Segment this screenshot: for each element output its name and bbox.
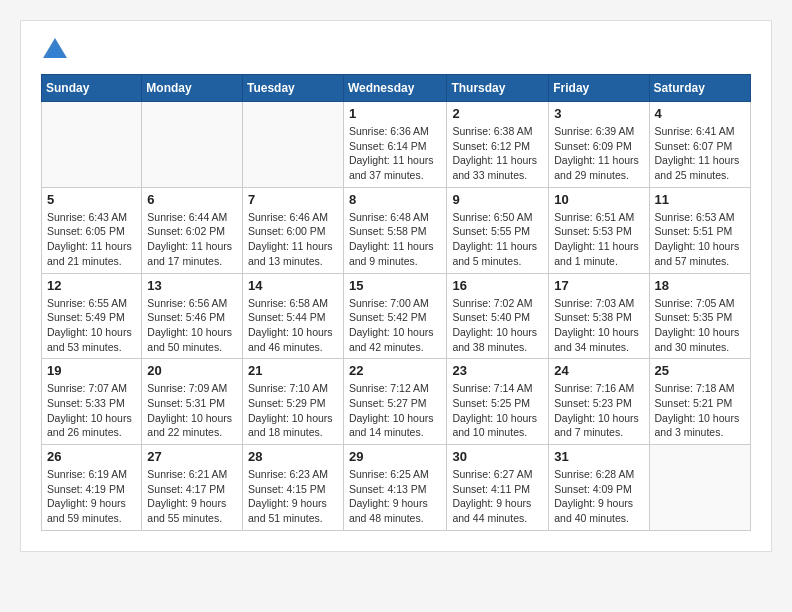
- day-info: Sunrise: 7:14 AM Sunset: 5:25 PM Dayligh…: [452, 381, 543, 440]
- day-number: 23: [452, 363, 543, 378]
- calendar-week-row: 19Sunrise: 7:07 AM Sunset: 5:33 PM Dayli…: [42, 359, 751, 445]
- day-info: Sunrise: 7:02 AM Sunset: 5:40 PM Dayligh…: [452, 296, 543, 355]
- day-number: 3: [554, 106, 643, 121]
- day-number: 22: [349, 363, 442, 378]
- day-number: 9: [452, 192, 543, 207]
- day-info: Sunrise: 6:51 AM Sunset: 5:53 PM Dayligh…: [554, 210, 643, 269]
- calendar-cell: 17Sunrise: 7:03 AM Sunset: 5:38 PM Dayli…: [549, 273, 649, 359]
- calendar-cell: 16Sunrise: 7:02 AM Sunset: 5:40 PM Dayli…: [447, 273, 549, 359]
- calendar-cell: 2Sunrise: 6:38 AM Sunset: 6:12 PM Daylig…: [447, 102, 549, 188]
- calendar-cell: 15Sunrise: 7:00 AM Sunset: 5:42 PM Dayli…: [343, 273, 447, 359]
- day-number: 25: [655, 363, 746, 378]
- day-info: Sunrise: 6:21 AM Sunset: 4:17 PM Dayligh…: [147, 467, 237, 526]
- calendar-cell: [142, 102, 243, 188]
- day-info: Sunrise: 6:41 AM Sunset: 6:07 PM Dayligh…: [655, 124, 746, 183]
- day-number: 27: [147, 449, 237, 464]
- calendar-table: SundayMondayTuesdayWednesdayThursdayFrid…: [41, 74, 751, 531]
- calendar-cell: 8Sunrise: 6:48 AM Sunset: 5:58 PM Daylig…: [343, 187, 447, 273]
- day-info: Sunrise: 6:53 AM Sunset: 5:51 PM Dayligh…: [655, 210, 746, 269]
- calendar-week-row: 26Sunrise: 6:19 AM Sunset: 4:19 PM Dayli…: [42, 445, 751, 531]
- day-info: Sunrise: 7:18 AM Sunset: 5:21 PM Dayligh…: [655, 381, 746, 440]
- calendar-cell: 24Sunrise: 7:16 AM Sunset: 5:23 PM Dayli…: [549, 359, 649, 445]
- day-number: 6: [147, 192, 237, 207]
- day-info: Sunrise: 6:28 AM Sunset: 4:09 PM Dayligh…: [554, 467, 643, 526]
- calendar-cell: 10Sunrise: 6:51 AM Sunset: 5:53 PM Dayli…: [549, 187, 649, 273]
- day-number: 2: [452, 106, 543, 121]
- calendar-week-row: 5Sunrise: 6:43 AM Sunset: 6:05 PM Daylig…: [42, 187, 751, 273]
- day-info: Sunrise: 6:39 AM Sunset: 6:09 PM Dayligh…: [554, 124, 643, 183]
- calendar-cell: 30Sunrise: 6:27 AM Sunset: 4:11 PM Dayli…: [447, 445, 549, 531]
- day-info: Sunrise: 7:16 AM Sunset: 5:23 PM Dayligh…: [554, 381, 643, 440]
- day-info: Sunrise: 6:55 AM Sunset: 5:49 PM Dayligh…: [47, 296, 136, 355]
- calendar-cell: 28Sunrise: 6:23 AM Sunset: 4:15 PM Dayli…: [242, 445, 343, 531]
- day-number: 13: [147, 278, 237, 293]
- day-info: Sunrise: 7:07 AM Sunset: 5:33 PM Dayligh…: [47, 381, 136, 440]
- calendar-cell: 14Sunrise: 6:58 AM Sunset: 5:44 PM Dayli…: [242, 273, 343, 359]
- calendar-cell: 20Sunrise: 7:09 AM Sunset: 5:31 PM Dayli…: [142, 359, 243, 445]
- calendar-cell: 4Sunrise: 6:41 AM Sunset: 6:07 PM Daylig…: [649, 102, 751, 188]
- header-area: [41, 36, 751, 64]
- calendar-cell: 9Sunrise: 6:50 AM Sunset: 5:55 PM Daylig…: [447, 187, 549, 273]
- weekday-header-wednesday: Wednesday: [343, 75, 447, 102]
- calendar-body: 1Sunrise: 6:36 AM Sunset: 6:14 PM Daylig…: [42, 102, 751, 531]
- weekday-header-tuesday: Tuesday: [242, 75, 343, 102]
- day-info: Sunrise: 6:56 AM Sunset: 5:46 PM Dayligh…: [147, 296, 237, 355]
- day-info: Sunrise: 7:03 AM Sunset: 5:38 PM Dayligh…: [554, 296, 643, 355]
- day-info: Sunrise: 6:27 AM Sunset: 4:11 PM Dayligh…: [452, 467, 543, 526]
- day-number: 7: [248, 192, 338, 207]
- day-info: Sunrise: 6:48 AM Sunset: 5:58 PM Dayligh…: [349, 210, 442, 269]
- day-info: Sunrise: 7:09 AM Sunset: 5:31 PM Dayligh…: [147, 381, 237, 440]
- day-number: 11: [655, 192, 746, 207]
- calendar-cell: [42, 102, 142, 188]
- day-number: 30: [452, 449, 543, 464]
- day-number: 17: [554, 278, 643, 293]
- weekday-header-monday: Monday: [142, 75, 243, 102]
- calendar-cell: 25Sunrise: 7:18 AM Sunset: 5:21 PM Dayli…: [649, 359, 751, 445]
- day-info: Sunrise: 7:00 AM Sunset: 5:42 PM Dayligh…: [349, 296, 442, 355]
- calendar-cell: 5Sunrise: 6:43 AM Sunset: 6:05 PM Daylig…: [42, 187, 142, 273]
- day-info: Sunrise: 6:46 AM Sunset: 6:00 PM Dayligh…: [248, 210, 338, 269]
- calendar-cell: 3Sunrise: 6:39 AM Sunset: 6:09 PM Daylig…: [549, 102, 649, 188]
- calendar-cell: 26Sunrise: 6:19 AM Sunset: 4:19 PM Dayli…: [42, 445, 142, 531]
- day-number: 14: [248, 278, 338, 293]
- day-info: Sunrise: 6:58 AM Sunset: 5:44 PM Dayligh…: [248, 296, 338, 355]
- calendar-week-row: 1Sunrise: 6:36 AM Sunset: 6:14 PM Daylig…: [42, 102, 751, 188]
- calendar-cell: 13Sunrise: 6:56 AM Sunset: 5:46 PM Dayli…: [142, 273, 243, 359]
- weekday-header-friday: Friday: [549, 75, 649, 102]
- calendar-cell: 18Sunrise: 7:05 AM Sunset: 5:35 PM Dayli…: [649, 273, 751, 359]
- day-info: Sunrise: 7:10 AM Sunset: 5:29 PM Dayligh…: [248, 381, 338, 440]
- day-number: 15: [349, 278, 442, 293]
- day-info: Sunrise: 6:38 AM Sunset: 6:12 PM Dayligh…: [452, 124, 543, 183]
- weekday-header-thursday: Thursday: [447, 75, 549, 102]
- day-number: 5: [47, 192, 136, 207]
- day-number: 12: [47, 278, 136, 293]
- calendar-cell: 23Sunrise: 7:14 AM Sunset: 5:25 PM Dayli…: [447, 359, 549, 445]
- day-info: Sunrise: 6:25 AM Sunset: 4:13 PM Dayligh…: [349, 467, 442, 526]
- calendar-cell: 21Sunrise: 7:10 AM Sunset: 5:29 PM Dayli…: [242, 359, 343, 445]
- calendar-cell: 29Sunrise: 6:25 AM Sunset: 4:13 PM Dayli…: [343, 445, 447, 531]
- day-number: 26: [47, 449, 136, 464]
- logo-icon: [41, 36, 69, 64]
- day-info: Sunrise: 6:19 AM Sunset: 4:19 PM Dayligh…: [47, 467, 136, 526]
- day-number: 21: [248, 363, 338, 378]
- day-number: 20: [147, 363, 237, 378]
- day-number: 31: [554, 449, 643, 464]
- day-info: Sunrise: 6:50 AM Sunset: 5:55 PM Dayligh…: [452, 210, 543, 269]
- weekday-header-row: SundayMondayTuesdayWednesdayThursdayFrid…: [42, 75, 751, 102]
- calendar-cell: 12Sunrise: 6:55 AM Sunset: 5:49 PM Dayli…: [42, 273, 142, 359]
- day-info: Sunrise: 6:23 AM Sunset: 4:15 PM Dayligh…: [248, 467, 338, 526]
- day-number: 19: [47, 363, 136, 378]
- day-info: Sunrise: 7:05 AM Sunset: 5:35 PM Dayligh…: [655, 296, 746, 355]
- calendar-cell: 1Sunrise: 6:36 AM Sunset: 6:14 PM Daylig…: [343, 102, 447, 188]
- day-number: 1: [349, 106, 442, 121]
- day-info: Sunrise: 6:44 AM Sunset: 6:02 PM Dayligh…: [147, 210, 237, 269]
- weekday-header-saturday: Saturday: [649, 75, 751, 102]
- calendar-cell: 11Sunrise: 6:53 AM Sunset: 5:51 PM Dayli…: [649, 187, 751, 273]
- day-number: 8: [349, 192, 442, 207]
- calendar-cell: 22Sunrise: 7:12 AM Sunset: 5:27 PM Dayli…: [343, 359, 447, 445]
- logo: [41, 36, 75, 64]
- calendar-cell: 27Sunrise: 6:21 AM Sunset: 4:17 PM Dayli…: [142, 445, 243, 531]
- calendar-cell: [649, 445, 751, 531]
- day-number: 4: [655, 106, 746, 121]
- calendar-cell: 19Sunrise: 7:07 AM Sunset: 5:33 PM Dayli…: [42, 359, 142, 445]
